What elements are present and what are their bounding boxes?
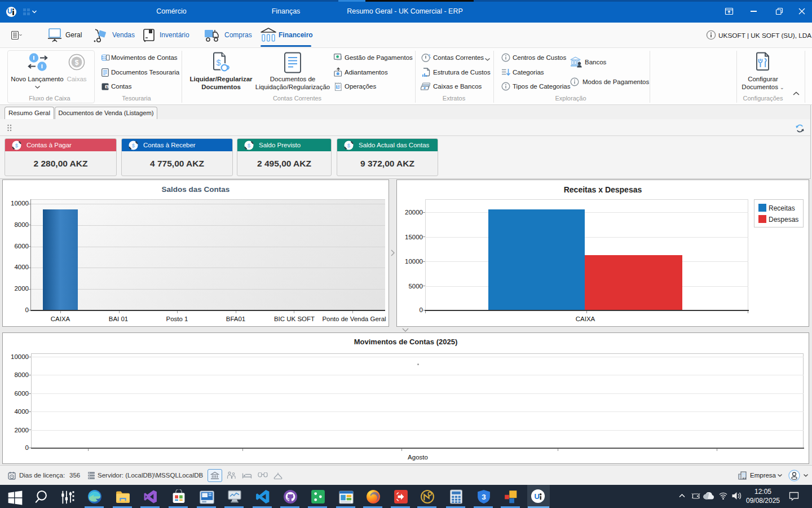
svg-text:$: $ bbox=[347, 142, 351, 148]
svg-text:$: $ bbox=[248, 142, 251, 148]
svg-text:$: $ bbox=[75, 59, 79, 67]
svg-text:3: 3 bbox=[482, 493, 486, 501]
svg-text:$: $ bbox=[132, 142, 135, 148]
svg-text:U: U bbox=[535, 492, 540, 501]
svg-text:$: $ bbox=[106, 85, 108, 89]
svg-text:$: $ bbox=[337, 85, 339, 89]
svg-text:$: $ bbox=[15, 142, 19, 148]
svg-text:$: $ bbox=[216, 58, 220, 67]
